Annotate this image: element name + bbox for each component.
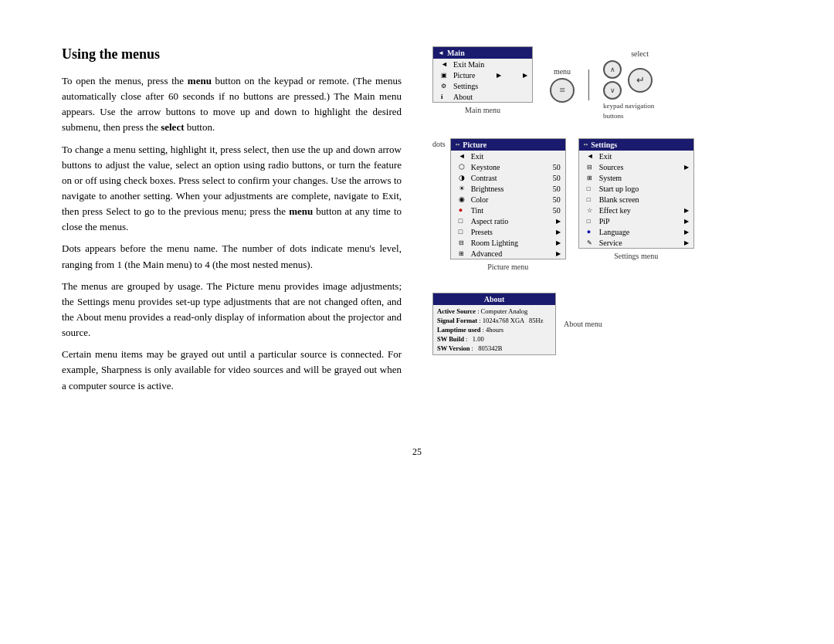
about-signal-format: Signal Format : 1024x768 XGA 85Hz bbox=[433, 316, 555, 325]
settings-icon: ⚙ bbox=[441, 83, 450, 90]
settings-effect-key: ☆ Effect key ▶ bbox=[579, 205, 693, 215]
main-menu-about: i About bbox=[433, 91, 532, 102]
system-icon: ⊞ bbox=[587, 175, 596, 181]
about-menu-header: About bbox=[433, 293, 555, 305]
picture-color: ◉ Color 50 bbox=[451, 194, 565, 205]
presets-icon: □ bbox=[459, 228, 468, 236]
about-active-source: Active Source : Computer Analog bbox=[433, 307, 555, 316]
picture-brightness: ☀ Brightness 50 bbox=[451, 183, 565, 194]
settings-menu-box: •• Settings ◄ Exit ⊟ Sources ▶ ⊞ Syste bbox=[578, 138, 694, 249]
picture-menu-header: •• Picture bbox=[451, 139, 565, 151]
picture-icon: ▣ bbox=[441, 72, 450, 79]
main-menu-exit: ◄ Exit Main bbox=[433, 59, 532, 69]
divider bbox=[588, 69, 589, 100]
keypad-nav-label: keypad navigation bbox=[603, 102, 654, 110]
select-circle-btn: ↵ bbox=[628, 68, 653, 93]
picture-menu-label: Picture menu bbox=[487, 263, 528, 271]
settings-blank-screen: □ Blank screen bbox=[579, 194, 693, 205]
body-para-3: Dots appears before the menu name. The n… bbox=[62, 241, 402, 272]
main-menu-settings: ⚙ Settings bbox=[433, 80, 532, 91]
body-para-4: The menus are grouped by usage. The Pict… bbox=[62, 279, 402, 341]
brightness-icon: ☀ bbox=[459, 185, 468, 192]
picture-aspect: □ Aspect ratio ▶ bbox=[451, 215, 565, 226]
settings-menu-header: •• Settings bbox=[579, 139, 693, 151]
about-menu-box: About Active Source : Computer Analog Si… bbox=[432, 293, 556, 355]
p-exit-icon: ◄ bbox=[459, 152, 468, 160]
pip-icon: □ bbox=[587, 218, 596, 225]
top-diagram-section: ◄ Main ◄ Exit Main ▣ Picture ▶ ⚙ Setti bbox=[432, 46, 788, 120]
settings-service: ✎ Service ▶ bbox=[579, 237, 693, 248]
select-label: select bbox=[631, 49, 649, 58]
color-icon: ◉ bbox=[459, 195, 468, 203]
menu-button-diagram: menu ≡ bbox=[550, 67, 575, 103]
keystone-icon: ⬡ bbox=[459, 163, 468, 171]
settings-system: ⊞ System bbox=[579, 172, 693, 183]
startup-icon: □ bbox=[587, 185, 596, 192]
about-sw-version: SW Version : 805342B bbox=[433, 344, 555, 353]
s-exit-icon: ◄ bbox=[587, 152, 596, 160]
main-menu-header: ◄ Main bbox=[433, 47, 532, 59]
keypad-nav-label2: buttons bbox=[603, 112, 624, 120]
settings-pip: □ PiP ▶ bbox=[579, 215, 693, 226]
body-para-2: To change a menu setting, highlight it, … bbox=[62, 142, 402, 236]
blank-icon: □ bbox=[587, 196, 596, 203]
picture-contrast: ◑ Contrast 50 bbox=[451, 172, 565, 183]
language-icon: ● bbox=[587, 228, 596, 236]
dots-label: dots bbox=[432, 140, 446, 148]
service-icon: ✎ bbox=[587, 239, 596, 246]
menu-label: menu bbox=[554, 67, 571, 76]
select-btn-icon: ↵ bbox=[636, 74, 645, 86]
settings-startup-logo: □ Start up logo bbox=[579, 183, 693, 194]
menu-btn-icon: ≡ bbox=[559, 84, 564, 97]
picture-tint: ● Tint 50 bbox=[451, 205, 565, 215]
picture-exit: ◄ Exit bbox=[451, 151, 565, 161]
main-menu-box: ◄ Main ◄ Exit Main ▣ Picture ▶ ⚙ Setti bbox=[432, 46, 533, 103]
settings-sources: ⊟ Sources ▶ bbox=[579, 161, 693, 172]
about-sw-build: SW Build : 1.00 bbox=[433, 334, 555, 344]
settings-exit: ◄ Exit bbox=[579, 151, 693, 161]
picture-room-lighting: ⊟ Room Lighting ▶ bbox=[451, 237, 565, 248]
main-menu-label: Main menu bbox=[465, 106, 500, 114]
effect-icon: ☆ bbox=[587, 207, 596, 214]
contrast-icon: ◑ bbox=[459, 174, 468, 181]
aspect-icon: □ bbox=[459, 217, 468, 225]
settings-language: ● Language ▶ bbox=[579, 226, 693, 237]
exit-icon: ◄ bbox=[441, 60, 450, 68]
up-arrow-btn: ∧ bbox=[603, 60, 622, 79]
picture-advanced: ⊞ Advanced ▶ bbox=[451, 248, 565, 259]
picture-presets: □ Presets ▶ bbox=[451, 226, 565, 237]
settings-menu-label: Settings menu bbox=[614, 252, 658, 260]
section-title: Using the menus bbox=[62, 46, 402, 63]
page-number: 25 bbox=[0, 446, 834, 473]
right-column: ◄ Main ◄ Exit Main ▣ Picture ▶ ⚙ Setti bbox=[432, 46, 788, 400]
picture-keystone: ⬡ Keystone 50 bbox=[451, 161, 565, 172]
body-para-5: Certain menu items may be grayed out unt… bbox=[62, 347, 402, 393]
tint-icon: ● bbox=[459, 206, 468, 214]
picture-menu-box: •• Picture ◄ Exit ⬡ Keystone 50 ◑ Cont bbox=[450, 138, 566, 259]
room-icon: ⊟ bbox=[459, 239, 468, 246]
about-icon: i bbox=[441, 93, 450, 100]
left-column: Using the menus To open the menus, press… bbox=[62, 46, 402, 400]
sources-icon: ⊟ bbox=[587, 164, 596, 171]
about-menu-label: About menu bbox=[564, 320, 602, 328]
main-menu-picture: ▣ Picture ▶ bbox=[433, 69, 532, 80]
advanced-icon: ⊞ bbox=[459, 250, 468, 257]
menu-circle-btn: ≡ bbox=[550, 78, 575, 103]
down-arrow-btn: ∨ bbox=[603, 81, 622, 100]
updown-arrows: ∧ ∨ bbox=[603, 60, 622, 100]
body-para-1: To open the menus, press the menu button… bbox=[62, 73, 402, 136]
about-lamptime: Lamptime used : 4hours bbox=[433, 325, 555, 334]
